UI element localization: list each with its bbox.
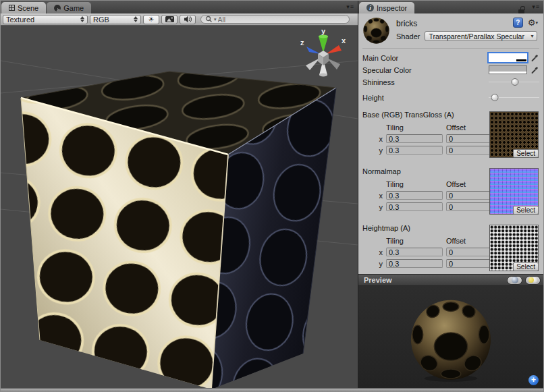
material-ball-icon bbox=[362, 17, 390, 45]
inspector-panel-menu-icon[interactable]: ▾≡ bbox=[532, 3, 540, 10]
inspector-panel: i Inspector ▾≡ bbox=[358, 1, 543, 388]
search-icon bbox=[205, 16, 213, 23]
scene-panel: Scene Game ▾≡ Textured RGB ☀ bbox=[1, 1, 358, 388]
scene-lighting-toggle[interactable]: ☀ bbox=[143, 15, 159, 24]
height-map-thumbnail[interactable]: Select bbox=[489, 225, 539, 271]
tiling-offset-grid: Tiling Offset x y bbox=[373, 180, 506, 211]
preview-title: Preview bbox=[364, 276, 504, 284]
gear-icon[interactable]: ⚙▾ bbox=[528, 18, 538, 28]
tiling-y-field[interactable] bbox=[386, 259, 443, 268]
scene-tabbar: Scene Game ▾≡ bbox=[1, 1, 358, 13]
tiling-x-field[interactable] bbox=[386, 191, 443, 200]
scene-search-field[interactable]: ▾ bbox=[200, 15, 350, 24]
gizmo-z-cone[interactable] bbox=[306, 47, 321, 54]
slider-handle[interactable] bbox=[512, 78, 519, 86]
alpha-bar bbox=[489, 59, 526, 61]
height-slider[interactable] bbox=[489, 92, 539, 103]
tab-scene[interactable]: Scene bbox=[1, 2, 46, 13]
help-icon[interactable]: ? bbox=[513, 18, 523, 28]
info-icon: i bbox=[366, 4, 374, 11]
shininess-label: Shininess bbox=[362, 78, 486, 86]
slider-handle[interactable] bbox=[491, 94, 499, 101]
sun-icon: ☀ bbox=[148, 16, 155, 23]
preview-header[interactable]: Preview bbox=[358, 274, 543, 286]
y-axis-label: y bbox=[373, 203, 383, 211]
sphere-icon bbox=[512, 277, 518, 283]
tab-game[interactable]: Game bbox=[47, 2, 91, 13]
tiling-header: Tiling bbox=[386, 237, 443, 245]
tiling-x-field[interactable] bbox=[386, 134, 443, 143]
select-button[interactable]: Select bbox=[513, 262, 539, 271]
shader-label: Shader bbox=[396, 32, 420, 40]
eyedropper-icon[interactable] bbox=[530, 65, 539, 75]
updown-arrows-icon bbox=[80, 16, 84, 22]
scene-panel-menu-icon[interactable]: ▾≡ bbox=[346, 3, 354, 10]
main-split: Scene Game ▾≡ Textured RGB ☀ bbox=[1, 1, 543, 388]
chevron-down-icon: ▾ bbox=[531, 33, 533, 39]
tab-game-label: Game bbox=[63, 4, 84, 12]
eyedropper-icon[interactable] bbox=[530, 53, 539, 63]
gizmo-y-cone[interactable] bbox=[319, 36, 328, 53]
orientation-gizmo[interactable]: y x z bbox=[298, 27, 348, 84]
color-mode-value: RGB bbox=[93, 16, 131, 24]
x-axis-label: x bbox=[373, 192, 383, 200]
lighting-icon bbox=[528, 277, 537, 283]
height-row: Height bbox=[362, 92, 539, 103]
tiling-header: Tiling bbox=[386, 180, 443, 188]
shader-value: Transparent/Parallax Specular bbox=[429, 32, 531, 40]
inspector-body: bricks Shader Transparent/Parallax Specu… bbox=[358, 13, 543, 274]
texture-section-base: Base (RGB) TransGloss (A) Tiling Offset … bbox=[362, 111, 539, 160]
tab-inspector[interactable]: i Inspector bbox=[359, 2, 414, 13]
tiling-offset-grid: Tiling Offset x y bbox=[373, 123, 506, 155]
texture-section-normalmap: Normalmap Tiling Offset x y Select bbox=[362, 167, 539, 217]
draw-mode-dropdown[interactable]: Textured bbox=[3, 15, 88, 24]
window-bottom-strip bbox=[1, 388, 543, 391]
scene-fx-toggle[interactable] bbox=[161, 15, 178, 24]
plus-icon[interactable]: + bbox=[528, 375, 539, 385]
grid-icon bbox=[9, 5, 15, 11]
scene-viewport[interactable]: y x z bbox=[1, 26, 358, 388]
specular-color-swatch[interactable] bbox=[489, 65, 527, 74]
shader-row: Shader Transparent/Parallax Specular ▾ bbox=[396, 31, 539, 41]
color-mode-dropdown[interactable]: RGB bbox=[90, 15, 141, 24]
draw-mode-value: Textured bbox=[6, 16, 78, 24]
x-axis-label: x bbox=[373, 135, 383, 143]
tab-scene-label: Scene bbox=[18, 4, 38, 12]
shininess-row: Shininess bbox=[362, 76, 539, 88]
tiling-x-field[interactable] bbox=[386, 248, 443, 256]
normal-map-thumbnail[interactable]: Select bbox=[489, 168, 539, 215]
tiling-y-field[interactable] bbox=[386, 146, 443, 155]
preview-lighting-button[interactable] bbox=[525, 276, 541, 285]
select-button[interactable]: Select bbox=[513, 206, 539, 215]
updown-arrows-icon bbox=[134, 16, 138, 22]
gizmo-y-label: y bbox=[321, 27, 326, 35]
scene-toolbar: Textured RGB ☀ bbox=[1, 13, 358, 26]
tiling-y-field[interactable] bbox=[386, 202, 443, 211]
search-input[interactable] bbox=[218, 16, 345, 24]
tiling-offset-grid: Tiling Offset x y bbox=[373, 237, 506, 268]
shininess-slider[interactable] bbox=[489, 76, 539, 88]
scene-audio-toggle[interactable] bbox=[180, 15, 196, 24]
y-axis-label: y bbox=[373, 260, 383, 268]
material-header: bricks Shader Transparent/Parallax Specu… bbox=[362, 16, 539, 49]
x-axis-label: x bbox=[373, 248, 383, 256]
tiling-header: Tiling bbox=[386, 123, 443, 132]
main-color-swatch[interactable] bbox=[489, 53, 527, 62]
game-icon bbox=[54, 5, 61, 11]
preview-shape-button[interactable] bbox=[507, 276, 522, 285]
base-texture-thumbnail[interactable]: Select bbox=[489, 111, 539, 158]
image-icon bbox=[165, 16, 174, 22]
gizmo-x-label: x bbox=[342, 36, 346, 45]
gizmo-x-cone[interactable] bbox=[326, 45, 342, 54]
search-filter-arrow-icon[interactable]: ▾ bbox=[214, 17, 217, 22]
shader-dropdown[interactable]: Transparent/Parallax Specular ▾ bbox=[425, 31, 537, 41]
specular-color-row: Specular Color bbox=[362, 64, 539, 76]
main-color-label: Main Color bbox=[362, 54, 489, 62]
specular-color-label: Specular Color bbox=[362, 66, 489, 74]
select-button[interactable]: Select bbox=[513, 149, 539, 158]
header-icons: ? ⚙▾ bbox=[513, 18, 538, 28]
unity-editor-window: Scene Game ▾≡ Textured RGB ☀ bbox=[0, 0, 544, 392]
preview-viewport[interactable]: + bbox=[358, 286, 543, 388]
gizmo-neg-z-cone[interactable] bbox=[306, 58, 320, 70]
tab-inspector-label: Inspector bbox=[377, 4, 407, 12]
